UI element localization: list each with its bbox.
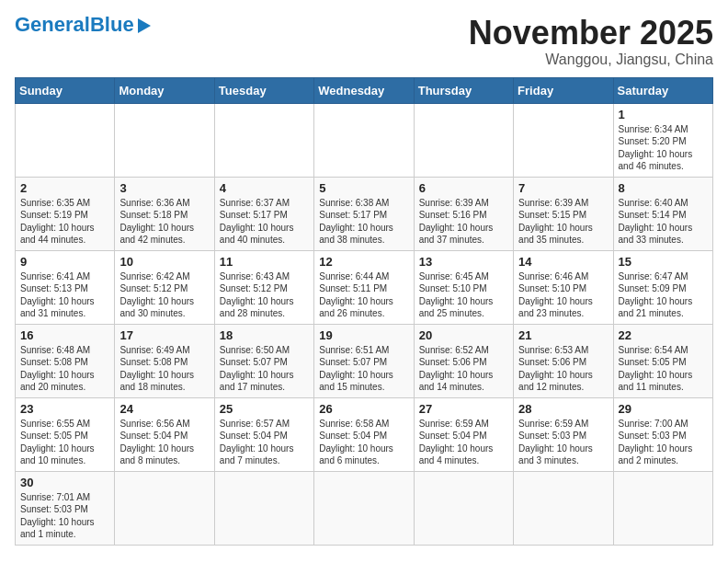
day-number: 4 xyxy=(220,181,309,195)
day-number: 1 xyxy=(619,108,708,121)
calendar-day-cell xyxy=(115,471,214,545)
calendar-day-cell: 24Sunrise: 6:56 AM Sunset: 5:04 PM Dayli… xyxy=(115,397,214,471)
calendar-day-cell: 20Sunrise: 6:52 AM Sunset: 5:06 PM Dayli… xyxy=(414,324,513,397)
calendar-day-cell: 30Sunrise: 7:01 AM Sunset: 5:03 PM Dayli… xyxy=(16,471,115,545)
day-number: 5 xyxy=(319,181,408,195)
day-info: Sunrise: 6:39 AM Sunset: 5:16 PM Dayligh… xyxy=(419,197,508,247)
calendar-week-row: 1Sunrise: 6:34 AM Sunset: 5:20 PM Daylig… xyxy=(16,103,713,177)
calendar-day-cell: 2Sunrise: 6:35 AM Sunset: 5:19 PM Daylig… xyxy=(16,177,115,250)
day-info: Sunrise: 6:38 AM Sunset: 5:17 PM Dayligh… xyxy=(319,197,408,247)
day-info: Sunrise: 6:44 AM Sunset: 5:11 PM Dayligh… xyxy=(319,270,408,320)
calendar-day-cell xyxy=(16,103,115,177)
calendar-day-cell: 9Sunrise: 6:41 AM Sunset: 5:13 PM Daylig… xyxy=(16,250,115,324)
calendar-day-cell xyxy=(214,471,313,545)
day-info: Sunrise: 6:56 AM Sunset: 5:04 PM Dayligh… xyxy=(119,418,209,467)
weekday-header-monday: Monday xyxy=(115,77,214,103)
weekday-header-saturday: Saturday xyxy=(613,77,712,103)
calendar-day-cell: 22Sunrise: 6:54 AM Sunset: 5:05 PM Dayli… xyxy=(613,324,712,397)
day-info: Sunrise: 6:35 AM Sunset: 5:19 PM Dayligh… xyxy=(20,197,109,247)
calendar-day-cell: 4Sunrise: 6:37 AM Sunset: 5:17 PM Daylig… xyxy=(214,177,313,250)
day-info: Sunrise: 6:39 AM Sunset: 5:15 PM Dayligh… xyxy=(518,197,608,247)
calendar-day-cell: 3Sunrise: 6:36 AM Sunset: 5:18 PM Daylig… xyxy=(115,177,214,250)
day-info: Sunrise: 6:59 AM Sunset: 5:03 PM Dayligh… xyxy=(518,418,608,467)
day-number: 10 xyxy=(119,255,209,269)
day-number: 6 xyxy=(419,181,508,195)
day-info: Sunrise: 6:49 AM Sunset: 5:08 PM Dayligh… xyxy=(119,344,209,394)
day-number: 23 xyxy=(20,402,109,416)
calendar-day-cell: 27Sunrise: 6:59 AM Sunset: 5:04 PM Dayli… xyxy=(414,397,513,471)
day-number: 28 xyxy=(518,402,608,416)
day-number: 27 xyxy=(419,402,508,416)
weekday-header-wednesday: Wednesday xyxy=(314,77,414,103)
calendar-day-cell xyxy=(613,471,712,545)
calendar-day-cell xyxy=(514,103,613,177)
day-number: 11 xyxy=(220,255,309,269)
calendar-week-row: 2Sunrise: 6:35 AM Sunset: 5:19 PM Daylig… xyxy=(16,177,713,250)
calendar-day-cell: 29Sunrise: 7:00 AM Sunset: 5:03 PM Dayli… xyxy=(613,397,712,471)
day-info: Sunrise: 6:46 AM Sunset: 5:10 PM Dayligh… xyxy=(518,270,608,320)
day-number: 14 xyxy=(518,255,608,269)
day-info: Sunrise: 6:54 AM Sunset: 5:05 PM Dayligh… xyxy=(619,344,708,394)
day-info: Sunrise: 6:51 AM Sunset: 5:07 PM Dayligh… xyxy=(319,344,408,394)
location-title: Wanggou, Jiangsu, China xyxy=(469,52,713,68)
header: GeneralBlue November 2025 Wanggou, Jiang… xyxy=(15,15,713,68)
weekday-header-friday: Friday xyxy=(514,77,613,103)
day-number: 13 xyxy=(419,255,508,269)
weekday-header-tuesday: Tuesday xyxy=(214,77,313,103)
day-number: 8 xyxy=(619,181,708,195)
calendar-day-cell: 17Sunrise: 6:49 AM Sunset: 5:08 PM Dayli… xyxy=(115,324,214,397)
calendar-day-cell xyxy=(115,103,214,177)
calendar-day-cell: 13Sunrise: 6:45 AM Sunset: 5:10 PM Dayli… xyxy=(414,250,513,324)
day-number: 18 xyxy=(220,328,309,342)
day-number: 3 xyxy=(119,181,209,195)
calendar-day-cell: 11Sunrise: 6:43 AM Sunset: 5:12 PM Dayli… xyxy=(214,250,313,324)
calendar-day-cell xyxy=(314,471,414,545)
calendar-day-cell: 16Sunrise: 6:48 AM Sunset: 5:08 PM Dayli… xyxy=(16,324,115,397)
day-info: Sunrise: 6:36 AM Sunset: 5:18 PM Dayligh… xyxy=(119,197,209,247)
logo-triangle-icon xyxy=(138,18,151,33)
day-info: Sunrise: 7:00 AM Sunset: 5:03 PM Dayligh… xyxy=(619,418,708,467)
weekday-header-row: SundayMondayTuesdayWednesdayThursdayFrid… xyxy=(16,77,713,103)
day-info: Sunrise: 6:45 AM Sunset: 5:10 PM Dayligh… xyxy=(419,270,508,320)
day-number: 20 xyxy=(419,328,508,342)
day-number: 24 xyxy=(119,402,209,416)
logo-text: GeneralBlue xyxy=(15,15,134,35)
day-info: Sunrise: 6:55 AM Sunset: 5:05 PM Dayligh… xyxy=(20,418,109,467)
day-info: Sunrise: 6:53 AM Sunset: 5:06 PM Dayligh… xyxy=(518,344,608,394)
calendar-day-cell xyxy=(414,103,513,177)
day-info: Sunrise: 6:50 AM Sunset: 5:07 PM Dayligh… xyxy=(220,344,309,394)
title-area: November 2025 Wanggou, Jiangsu, China xyxy=(469,15,713,68)
month-title: November 2025 xyxy=(469,15,713,52)
calendar-day-cell: 8Sunrise: 6:40 AM Sunset: 5:14 PM Daylig… xyxy=(613,177,712,250)
calendar-day-cell: 10Sunrise: 6:42 AM Sunset: 5:12 PM Dayli… xyxy=(115,250,214,324)
calendar-week-row: 16Sunrise: 6:48 AM Sunset: 5:08 PM Dayli… xyxy=(16,324,713,397)
calendar-week-row: 30Sunrise: 7:01 AM Sunset: 5:03 PM Dayli… xyxy=(16,471,713,545)
day-info: Sunrise: 6:40 AM Sunset: 5:14 PM Dayligh… xyxy=(619,197,708,247)
day-number: 17 xyxy=(119,328,209,342)
day-number: 12 xyxy=(319,255,408,269)
day-number: 29 xyxy=(619,402,708,416)
calendar-day-cell xyxy=(414,471,513,545)
calendar-day-cell xyxy=(514,471,613,545)
calendar-day-cell: 26Sunrise: 6:58 AM Sunset: 5:04 PM Dayli… xyxy=(314,397,414,471)
calendar-day-cell: 18Sunrise: 6:50 AM Sunset: 5:07 PM Dayli… xyxy=(214,324,313,397)
day-info: Sunrise: 6:52 AM Sunset: 5:06 PM Dayligh… xyxy=(419,344,508,394)
calendar-day-cell: 7Sunrise: 6:39 AM Sunset: 5:15 PM Daylig… xyxy=(514,177,613,250)
calendar-day-cell xyxy=(214,103,313,177)
calendar-day-cell: 6Sunrise: 6:39 AM Sunset: 5:16 PM Daylig… xyxy=(414,177,513,250)
calendar-day-cell: 25Sunrise: 6:57 AM Sunset: 5:04 PM Dayli… xyxy=(214,397,313,471)
calendar-day-cell: 15Sunrise: 6:47 AM Sunset: 5:09 PM Dayli… xyxy=(613,250,712,324)
calendar-day-cell: 21Sunrise: 6:53 AM Sunset: 5:06 PM Dayli… xyxy=(514,324,613,397)
day-number: 16 xyxy=(20,328,109,342)
calendar-day-cell: 28Sunrise: 6:59 AM Sunset: 5:03 PM Dayli… xyxy=(514,397,613,471)
calendar-day-cell: 19Sunrise: 6:51 AM Sunset: 5:07 PM Dayli… xyxy=(314,324,414,397)
day-info: Sunrise: 6:47 AM Sunset: 5:09 PM Dayligh… xyxy=(619,270,708,320)
day-info: Sunrise: 6:43 AM Sunset: 5:12 PM Dayligh… xyxy=(220,270,309,320)
calendar-week-row: 23Sunrise: 6:55 AM Sunset: 5:05 PM Dayli… xyxy=(16,397,713,471)
calendar-day-cell: 1Sunrise: 6:34 AM Sunset: 5:20 PM Daylig… xyxy=(613,103,712,177)
day-info: Sunrise: 6:37 AM Sunset: 5:17 PM Dayligh… xyxy=(220,197,309,247)
day-number: 2 xyxy=(20,181,109,195)
day-info: Sunrise: 6:59 AM Sunset: 5:04 PM Dayligh… xyxy=(419,418,508,467)
day-number: 7 xyxy=(518,181,608,195)
day-number: 9 xyxy=(20,255,109,269)
